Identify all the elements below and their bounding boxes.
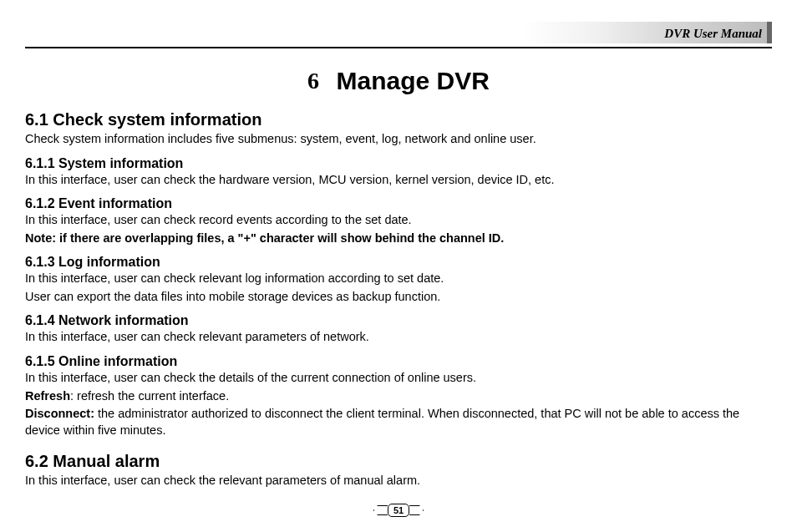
page-number: 51 — [388, 504, 409, 517]
refresh-text: : refresh the current interface. — [70, 389, 229, 403]
page-content: 6 Manage DVR 6.1 Check system informatio… — [25, 53, 772, 489]
section-6-1-2-heading: 6.1.2 Event information — [25, 196, 772, 211]
section-6-2-heading: 6.2 Manual alarm — [25, 452, 772, 471]
chapter-title: Manage DVR — [337, 67, 490, 94]
section-6-1-4-body: In this interface, user can check releva… — [25, 329, 772, 346]
refresh-label: Refresh — [25, 389, 70, 403]
section-6-1-5-disconnect: Disconnect: the administrator authorized… — [25, 406, 772, 438]
section-6-1-1-heading: 6.1.1 System information — [25, 156, 772, 171]
manual-title: DVR User Manual — [664, 27, 762, 41]
section-6-1-4-heading: 6.1.4 Network information — [25, 313, 772, 328]
page-number-wrap: 51 — [0, 502, 797, 517]
section-6-1-heading: 6.1 Check system information — [25, 110, 772, 129]
page-header: DVR User Manual — [25, 22, 772, 53]
section-6-1-1-body: In this interface, user can check the ha… — [25, 172, 772, 189]
section-6-1-5-refresh: Refresh: refresh the current interface. — [25, 388, 772, 405]
chapter-heading: 6 Manage DVR — [25, 67, 772, 95]
section-6-1-5-body: In this interface, user can check the de… — [25, 370, 772, 387]
section-6-1-5-heading: 6.1.5 Online information — [25, 354, 772, 369]
header-rule — [25, 47, 772, 48]
section-6-1-2-body: In this interface, user can check record… — [25, 212, 772, 229]
section-6-1-body: Check system information includes five s… — [25, 131, 772, 148]
section-6-1-3-body-1: In this interface, user can check releva… — [25, 271, 772, 287]
disconnect-text: the administrator authorized to disconne… — [25, 407, 739, 437]
chapter-number: 6 — [307, 68, 319, 94]
section-6-1-2-note: Note: if there are overlapping files, a … — [25, 231, 772, 247]
document-page: DVR User Manual 6 Manage DVR 6.1 Check s… — [0, 0, 797, 532]
section-6-1-3-heading: 6.1.3 Log information — [25, 255, 772, 270]
section-6-2-body: In this interface, user can check the re… — [25, 473, 772, 489]
disconnect-label: Disconnect: — [25, 407, 94, 420]
section-6-1-3-body-2: User can export the data files into mobi… — [25, 289, 772, 306]
